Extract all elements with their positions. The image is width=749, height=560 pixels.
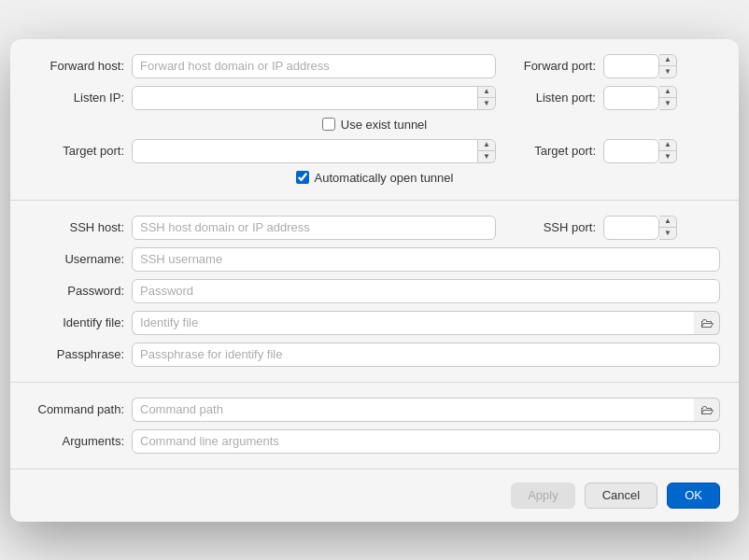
identify-file-input[interactable] xyxy=(132,311,694,335)
ssh-section: SSH host: SSH port: 22 ▲ ▼ Username: xyxy=(10,201,739,383)
command-path-browse-button[interactable]: 🗁 xyxy=(694,398,720,422)
target-port-right-stepper: ▲ ▼ xyxy=(659,139,677,163)
target-port-left-label: Target port: xyxy=(29,144,132,158)
target-port-right-input[interactable]: 3690 xyxy=(603,139,659,163)
listen-ip-left: Listen IP: 127.0.0.1 ▲ ▼ xyxy=(29,86,496,110)
cancel-button[interactable]: Cancel xyxy=(585,483,657,509)
forward-host-row: Forward host: Forward port: 3690 ▲ ▼ xyxy=(29,54,720,78)
ssh-host-row: SSH host: SSH port: 22 ▲ ▼ xyxy=(29,216,720,240)
target-port-left-stepper: ▲ ▼ xyxy=(478,139,496,163)
ssh-port-input[interactable]: 22 xyxy=(603,216,659,240)
arguments-label: Arguments: xyxy=(29,434,132,448)
password-row: Password: xyxy=(29,279,720,303)
button-row: Apply Cancel OK xyxy=(10,469,739,522)
auto-open-tunnel-text: Automatically open tunnel xyxy=(315,171,454,185)
username-input[interactable] xyxy=(132,247,720,272)
passphrase-row: Passphrase: xyxy=(29,343,720,367)
forward-host-input[interactable] xyxy=(132,54,496,78)
forward-port-input[interactable]: 3690 xyxy=(603,54,659,78)
listen-port-label: Listen port: xyxy=(515,91,603,105)
target-port-right-label: Target port: xyxy=(515,144,603,158)
command-path-label: Command path: xyxy=(29,402,132,416)
ssh-port-up[interactable]: ▲ xyxy=(659,217,676,229)
ssh-port-label: SSH port: xyxy=(515,220,603,234)
use-exist-tunnel-row: Use exist tunnel xyxy=(29,118,720,132)
forward-host-label: Forward host: xyxy=(29,59,132,73)
passphrase-input[interactable] xyxy=(132,343,720,367)
listen-ip-up[interactable]: ▲ xyxy=(478,87,495,99)
forward-port-up[interactable]: ▲ xyxy=(659,55,676,67)
target-port-left-input[interactable]: 127.0.0.1 xyxy=(132,139,478,163)
use-exist-tunnel-text: Use exist tunnel xyxy=(341,118,428,132)
passphrase-label: Passphrase: xyxy=(29,347,132,361)
use-exist-tunnel-checkbox[interactable] xyxy=(322,118,335,131)
password-label: Password: xyxy=(29,284,132,298)
ssh-port-down[interactable]: ▼ xyxy=(659,228,676,239)
forward-port-right: Forward port: 3690 ▲ ▼ xyxy=(515,54,720,78)
forward-host-left: Forward host: xyxy=(29,54,496,78)
ssh-host-label: SSH host: xyxy=(29,220,132,234)
forward-port-down[interactable]: ▼ xyxy=(659,66,676,77)
command-section: Command path: 🗁 Arguments: xyxy=(10,383,739,469)
forward-port-spinner: 3690 ▲ ▼ xyxy=(603,54,677,78)
target-port-left: Target port: 127.0.0.1 ▲ ▼ xyxy=(29,139,496,163)
auto-open-tunnel-checkbox[interactable] xyxy=(296,171,309,184)
ssh-host-left: SSH host: xyxy=(29,216,496,240)
username-row: Username: xyxy=(29,247,720,272)
listen-ip-down[interactable]: ▼ xyxy=(478,98,495,109)
listen-port-stepper: ▲ ▼ xyxy=(659,86,677,110)
listen-port-up[interactable]: ▲ xyxy=(659,87,676,99)
target-port-right: Target port: 3690 ▲ ▼ xyxy=(515,139,720,163)
target-port-left-spinner: 127.0.0.1 ▲ ▼ xyxy=(132,139,496,163)
username-label: Username: xyxy=(29,252,132,266)
auto-open-tunnel-label[interactable]: Automatically open tunnel xyxy=(296,171,454,185)
target-port-right-spinner: 3690 ▲ ▼ xyxy=(603,139,677,163)
arguments-input[interactable] xyxy=(132,429,720,454)
target-port-left-up[interactable]: ▲ xyxy=(478,140,495,152)
listen-ip-input[interactable]: 127.0.0.1 xyxy=(132,86,478,110)
arguments-row: Arguments: xyxy=(29,429,720,454)
listen-port-input[interactable]: 0 xyxy=(603,86,659,110)
ssh-port-right: SSH port: 22 ▲ ▼ xyxy=(515,216,720,240)
ssh-port-spinner: 22 ▲ ▼ xyxy=(603,216,677,240)
ssh-port-stepper: ▲ ▼ xyxy=(659,216,677,240)
command-path-wrapper: 🗁 xyxy=(132,398,720,422)
tunnel-section: Forward host: Forward port: 3690 ▲ ▼ Lis… xyxy=(10,39,739,201)
listen-ip-row: Listen IP: 127.0.0.1 ▲ ▼ Listen port: 0 … xyxy=(29,86,720,110)
identify-file-label: Identify file: xyxy=(29,315,132,329)
ok-button[interactable]: OK xyxy=(667,483,720,509)
target-port-row: Target port: 127.0.0.1 ▲ ▼ Target port: … xyxy=(29,139,720,163)
listen-ip-label: Listen IP: xyxy=(29,91,132,105)
apply-button[interactable]: Apply xyxy=(511,483,575,509)
listen-ip-spinner: 127.0.0.1 ▲ ▼ xyxy=(132,86,496,110)
identify-file-browse-button[interactable]: 🗁 xyxy=(694,311,720,335)
use-exist-tunnel-label[interactable]: Use exist tunnel xyxy=(322,118,428,132)
target-port-right-up[interactable]: ▲ xyxy=(659,140,676,152)
listen-ip-stepper: ▲ ▼ xyxy=(478,86,496,110)
identify-file-wrapper: 🗁 xyxy=(132,311,720,335)
command-path-input[interactable] xyxy=(132,398,694,422)
dialog: Forward host: Forward port: 3690 ▲ ▼ Lis… xyxy=(10,39,739,522)
target-port-right-down[interactable]: ▼ xyxy=(659,151,676,162)
password-input[interactable] xyxy=(132,279,720,303)
listen-port-spinner: 0 ▲ ▼ xyxy=(603,86,677,110)
forward-port-stepper: ▲ ▼ xyxy=(659,54,677,78)
forward-port-label: Forward port: xyxy=(515,59,603,73)
identify-file-row: Identify file: 🗁 xyxy=(29,311,720,335)
listen-port-down[interactable]: ▼ xyxy=(659,98,676,109)
command-path-row: Command path: 🗁 xyxy=(29,398,720,422)
target-port-left-down[interactable]: ▼ xyxy=(478,151,495,162)
auto-open-tunnel-row: Automatically open tunnel xyxy=(29,171,720,185)
ssh-host-input[interactable] xyxy=(132,216,496,240)
listen-port-right: Listen port: 0 ▲ ▼ xyxy=(515,86,720,110)
